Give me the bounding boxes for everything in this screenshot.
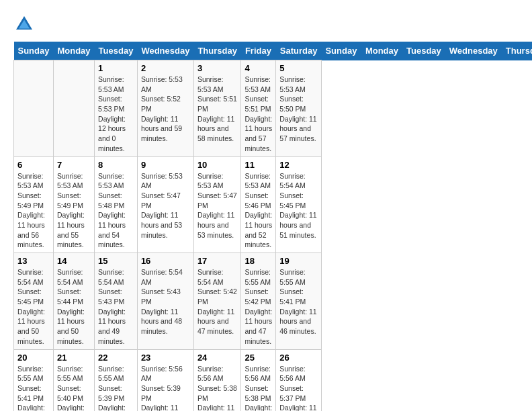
calendar-header-row: SundayMondayTuesdayWednesdayThursdayFrid… (14, 42, 533, 60)
day-number: 13 (17, 256, 50, 266)
day-content: Sunrise: 5:53 AMSunset: 5:49 PMDaylight:… (57, 171, 91, 250)
day-number: 6 (17, 160, 50, 170)
day-number: 1 (98, 63, 134, 73)
day-number: 21 (57, 353, 91, 363)
day-content: Sunrise: 5:56 AMSunset: 5:38 PMDaylight:… (245, 364, 272, 412)
day-content: Sunrise: 5:53 AMSunset: 5:48 PMDaylight:… (98, 171, 134, 250)
day-number: 26 (279, 353, 318, 363)
day-number: 16 (141, 256, 190, 266)
col-header-saturday: Saturday (276, 42, 322, 60)
day-content: Sunrise: 5:56 AMSunset: 5:38 PMDaylight:… (197, 364, 238, 412)
day-number: 17 (197, 256, 238, 266)
col-header-wednesday: Wednesday (445, 42, 502, 60)
day-number: 2 (141, 63, 190, 73)
day-number: 5 (279, 63, 318, 73)
day-number: 15 (98, 256, 134, 266)
day-content: Sunrise: 5:55 AMSunset: 5:41 PMDaylight:… (17, 364, 50, 412)
col-header-thursday: Thursday (502, 42, 532, 60)
calendar-table: SundayMondayTuesdayWednesdayThursdayFrid… (13, 42, 532, 411)
day-content: Sunrise: 5:56 AMSunset: 5:39 PMDaylight:… (141, 364, 190, 412)
day-number: 19 (279, 256, 318, 266)
calendar-cell: 9Sunrise: 5:53 AMSunset: 5:47 PMDaylight… (137, 156, 193, 253)
calendar-cell: 12Sunrise: 5:54 AMSunset: 5:45 PMDayligh… (276, 156, 322, 253)
day-number: 25 (245, 353, 272, 363)
calendar-cell: 1Sunrise: 5:53 AMSunset: 5:53 PMDaylight… (95, 60, 138, 157)
logo (13, 13, 39, 35)
day-number: 9 (141, 160, 190, 170)
day-content: Sunrise: 5:54 AMSunset: 5:43 PMDaylight:… (141, 267, 190, 336)
day-content: Sunrise: 5:53 AMSunset: 5:47 PMDaylight:… (197, 171, 238, 240)
calendar-cell: 4Sunrise: 5:53 AMSunset: 5:51 PMDaylight… (241, 60, 276, 157)
calendar-cell: 14Sunrise: 5:54 AMSunset: 5:44 PMDayligh… (53, 253, 94, 350)
calendar-cell: 10Sunrise: 5:53 AMSunset: 5:47 PMDayligh… (193, 156, 241, 253)
day-content: Sunrise: 5:53 AMSunset: 5:49 PMDaylight:… (17, 171, 50, 250)
day-number: 11 (245, 160, 272, 170)
day-number: 18 (245, 256, 272, 266)
day-number: 12 (279, 160, 318, 170)
day-number: 3 (197, 63, 238, 73)
day-content: Sunrise: 5:53 AMSunset: 5:50 PMDaylight:… (279, 75, 318, 144)
calendar-cell: 15Sunrise: 5:54 AMSunset: 5:43 PMDayligh… (95, 253, 138, 350)
day-content: Sunrise: 5:54 AMSunset: 5:45 PMDaylight:… (279, 171, 318, 240)
page-header (13, 13, 519, 35)
calendar-cell: 26Sunrise: 5:56 AMSunset: 5:37 PMDayligh… (276, 349, 322, 411)
col-header-tuesday: Tuesday (95, 42, 138, 60)
col-header-monday: Monday (53, 42, 94, 60)
calendar-cell: 17Sunrise: 5:54 AMSunset: 5:42 PMDayligh… (193, 253, 241, 350)
day-number: 10 (197, 160, 238, 170)
day-number: 7 (57, 160, 91, 170)
day-content: Sunrise: 5:55 AMSunset: 5:40 PMDaylight:… (57, 364, 91, 412)
calendar-cell: 24Sunrise: 5:56 AMSunset: 5:38 PMDayligh… (193, 349, 241, 411)
day-content: Sunrise: 5:56 AMSunset: 5:37 PMDaylight:… (279, 364, 318, 412)
day-number: 8 (98, 160, 134, 170)
col-header-monday: Monday (361, 42, 402, 60)
calendar-cell: 11Sunrise: 5:53 AMSunset: 5:46 PMDayligh… (241, 156, 276, 253)
day-content: Sunrise: 5:53 AMSunset: 5:52 PMDaylight:… (141, 75, 190, 144)
day-content: Sunrise: 5:55 AMSunset: 5:42 PMDaylight:… (245, 267, 272, 347)
day-content: Sunrise: 5:53 AMSunset: 5:47 PMDaylight:… (141, 171, 190, 240)
col-header-tuesday: Tuesday (402, 42, 445, 60)
day-content: Sunrise: 5:54 AMSunset: 5:44 PMDaylight:… (57, 267, 91, 347)
calendar-cell: 19Sunrise: 5:55 AMSunset: 5:41 PMDayligh… (276, 253, 322, 350)
calendar-cell: 7Sunrise: 5:53 AMSunset: 5:49 PMDaylight… (53, 156, 94, 253)
calendar-cell: 13Sunrise: 5:54 AMSunset: 5:45 PMDayligh… (14, 253, 54, 350)
day-content: Sunrise: 5:53 AMSunset: 5:51 PMDaylight:… (197, 75, 238, 144)
calendar-cell: 6Sunrise: 5:53 AMSunset: 5:49 PMDaylight… (14, 156, 54, 253)
day-content: Sunrise: 5:53 AMSunset: 5:53 PMDaylight:… (98, 75, 134, 154)
calendar-cell: 2Sunrise: 5:53 AMSunset: 5:52 PMDaylight… (137, 60, 193, 157)
calendar-cell (14, 60, 54, 157)
calendar-cell: 20Sunrise: 5:55 AMSunset: 5:41 PMDayligh… (14, 349, 54, 411)
calendar-cell: 21Sunrise: 5:55 AMSunset: 5:40 PMDayligh… (53, 349, 94, 411)
calendar-week-4: 20Sunrise: 5:55 AMSunset: 5:41 PMDayligh… (14, 349, 533, 411)
calendar-week-2: 6Sunrise: 5:53 AMSunset: 5:49 PMDaylight… (14, 156, 533, 253)
calendar-cell: 16Sunrise: 5:54 AMSunset: 5:43 PMDayligh… (137, 253, 193, 350)
day-number: 23 (141, 353, 190, 363)
day-content: Sunrise: 5:53 AMSunset: 5:46 PMDaylight:… (245, 171, 272, 250)
day-content: Sunrise: 5:53 AMSunset: 5:51 PMDaylight:… (245, 75, 272, 154)
calendar-week-3: 13Sunrise: 5:54 AMSunset: 5:45 PMDayligh… (14, 253, 533, 350)
calendar-cell: 18Sunrise: 5:55 AMSunset: 5:42 PMDayligh… (241, 253, 276, 350)
logo-icon (13, 13, 35, 35)
day-number: 24 (197, 353, 238, 363)
col-header-sunday: Sunday (14, 42, 54, 60)
calendar-week-1: 1Sunrise: 5:53 AMSunset: 5:53 PMDaylight… (14, 60, 533, 157)
day-number: 14 (57, 256, 91, 266)
col-header-thursday: Thursday (193, 42, 241, 60)
calendar-cell: 23Sunrise: 5:56 AMSunset: 5:39 PMDayligh… (137, 349, 193, 411)
calendar-cell: 22Sunrise: 5:55 AMSunset: 5:39 PMDayligh… (95, 349, 138, 411)
calendar-cell: 8Sunrise: 5:53 AMSunset: 5:48 PMDaylight… (95, 156, 138, 253)
day-content: Sunrise: 5:54 AMSunset: 5:43 PMDaylight:… (98, 267, 134, 347)
calendar-cell: 25Sunrise: 5:56 AMSunset: 5:38 PMDayligh… (241, 349, 276, 411)
calendar-cell (53, 60, 94, 157)
calendar-cell: 5Sunrise: 5:53 AMSunset: 5:50 PMDaylight… (276, 60, 322, 157)
day-number: 4 (245, 63, 272, 73)
day-content: Sunrise: 5:54 AMSunset: 5:42 PMDaylight:… (197, 267, 238, 336)
col-header-wednesday: Wednesday (137, 42, 193, 60)
col-header-sunday: Sunday (321, 42, 361, 60)
day-content: Sunrise: 5:55 AMSunset: 5:39 PMDaylight:… (98, 364, 134, 412)
col-header-friday: Friday (241, 42, 276, 60)
day-number: 22 (98, 353, 134, 363)
calendar-cell: 3Sunrise: 5:53 AMSunset: 5:51 PMDaylight… (193, 60, 241, 157)
day-content: Sunrise: 5:55 AMSunset: 5:41 PMDaylight:… (279, 267, 318, 336)
day-number: 20 (17, 353, 50, 363)
